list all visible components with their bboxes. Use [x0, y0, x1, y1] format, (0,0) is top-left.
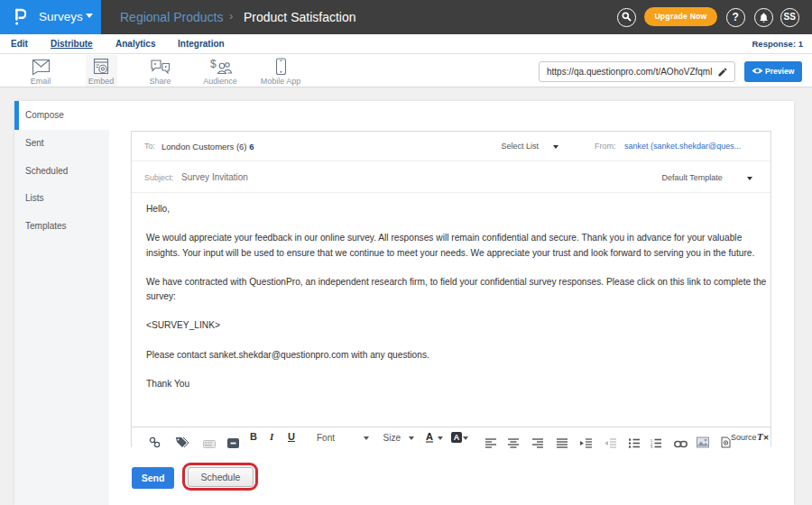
svg-text:$: $ — [210, 58, 217, 70]
svg-text:3: 3 — [651, 445, 653, 449]
